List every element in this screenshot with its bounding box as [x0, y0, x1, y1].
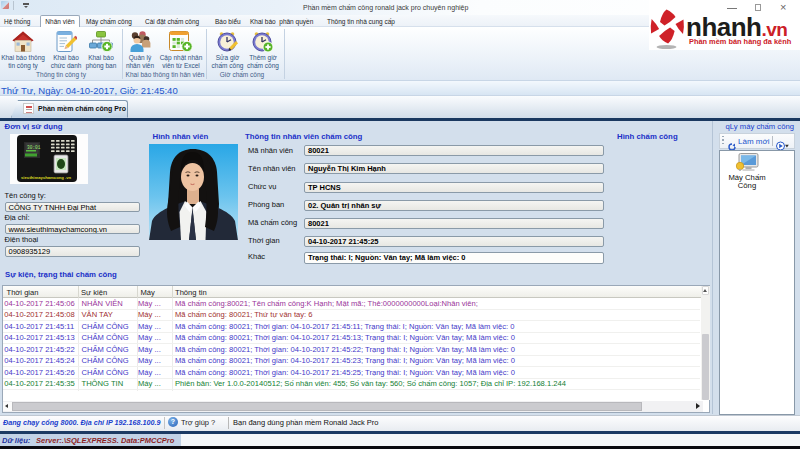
svg-text:sieuthimaychamcong .vn: sieuthimaychamcong .vn	[21, 175, 71, 180]
svg-text:30:01: 30:01	[27, 145, 41, 150]
